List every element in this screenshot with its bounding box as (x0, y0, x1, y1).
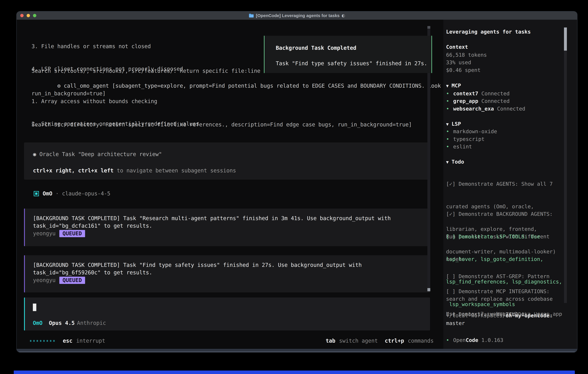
task-message-line: task_id="bg_dcfac161" to get results. (33, 222, 152, 230)
spinner-dot (53, 340, 55, 342)
folder-icon (249, 13, 254, 18)
chevron-down-icon: ▼ (446, 122, 449, 127)
input-agent-name: OmO (33, 319, 42, 327)
terminal-window: [OpenCode] Leveraging agents for tasks ◐… (16, 11, 578, 353)
background-task-message: [BACKGROUND TASK COMPLETED] Task "Find t… (24, 255, 430, 292)
task-message-line: [BACKGROUND TASK COMPLETED] Task "Resear… (33, 215, 391, 222)
tab-key-label: switch agent (339, 337, 378, 345)
mcp-item: •context7 Connected (446, 90, 510, 97)
task-meta-row: yeongyu QUEUED (33, 230, 85, 237)
minimize-button[interactable] (27, 14, 30, 17)
esc-key-label: interrupt (76, 337, 105, 345)
task-message-line: [BACKGROUND TASK COMPLETED] Task "Find t… (33, 261, 362, 269)
shortcut-hint-text: to navigate between subagent sessions (117, 167, 236, 174)
prompt-input-area[interactable]: OmO Opus 4.5 Anthropic (24, 298, 430, 331)
input-model-name: Opus 4.5 (49, 319, 75, 327)
agent-square-icon (34, 191, 39, 196)
input-meta-row: OmO Opus 4.5 Anthropic (33, 319, 106, 327)
status-dot-icon: • (446, 97, 453, 105)
tool-call-item: 1. Array access without bounds checking (32, 98, 238, 105)
lsp-item: •markdown-oxide (446, 128, 497, 135)
spinner-dot (47, 340, 48, 342)
version-row: •OpenCode 1.0.163 (446, 336, 503, 344)
todo-section-header[interactable]: ▼Todo (446, 158, 464, 166)
commands-key-hint: ctrl+p (385, 337, 404, 345)
tab-key-hint: tab (326, 337, 335, 345)
status-dot-icon: • (446, 336, 453, 344)
close-button[interactable] (20, 14, 24, 17)
working-spinner-icon (30, 340, 55, 342)
separator-dot: · (52, 190, 62, 197)
chevron-down-icon: ▼ (446, 83, 449, 88)
agent-model: claude-opus-4-5 (62, 190, 110, 197)
chat-main-pane: 3. File handles or streams not closed 4.… (17, 20, 443, 349)
lsp-section-header[interactable]: ▼LSP (446, 120, 461, 128)
background-task-message: [BACKGROUND TASK COMPLETED] Task "Resear… (24, 208, 430, 246)
input-provider-name: Anthropic (77, 319, 106, 327)
main-scrollbar-thumb[interactable] (427, 288, 430, 291)
spinner-dot (43, 340, 45, 342)
session-sidebar: Leveraging agents for tasks Context 66,5… (443, 20, 577, 349)
background-window-edge (14, 371, 575, 374)
spinner-dot (50, 340, 51, 342)
commands-key-label: commands (408, 337, 434, 345)
oracle-task-hint: ctrl+x right, ctrl+x left to navigate be… (33, 167, 236, 174)
context-tokens: 66,518 tokens (446, 51, 487, 59)
notification-body: Task "Find type safety issues" finished … (276, 60, 427, 67)
window-title-text: [OpenCode] Leveraging agents for tasks (256, 13, 340, 18)
status-dot-icon: • (446, 90, 453, 97)
toast-notification[interactable]: Background Task Completed Task "Find typ… (264, 36, 432, 73)
mcp-item: •websearch_exa Connected (446, 105, 525, 113)
context-spent: $0.46 spent (446, 66, 481, 74)
history-line: Search src/tools/, src/hooks/, src/featu… (32, 67, 261, 75)
tool-call-footer: Search src/ directory. Return specific f… (32, 121, 412, 128)
sidebar-scrollbar-thumb[interactable] (564, 28, 567, 51)
workspace-branch: master (446, 320, 465, 327)
task-author: yeongyu (33, 277, 56, 284)
window-bottom-frame (17, 349, 577, 352)
status-badge: QUEUED (59, 230, 85, 237)
zoom-button[interactable] (33, 14, 36, 17)
agent-session-header: OmO · claude-opus-4-5 (34, 190, 110, 197)
sidebar-session-title: Leveraging agents for tasks (446, 28, 531, 36)
task-message-line: task_id="bg_6f59260c" to get results. (33, 269, 152, 276)
shortcut-keys: ctrl+x right, ctrl+x left (33, 167, 117, 174)
statusbar-right: tab switch agent ctrl+p commands (326, 337, 434, 345)
text-cursor (33, 303, 36, 311)
oracle-task-title: ◉ Oracle Task "Deep architecture review" (33, 151, 162, 158)
notification-title: Background Task Completed (276, 44, 356, 52)
main-scrollbar-thumb[interactable] (427, 26, 430, 29)
statusbar-left: esc interrupt (30, 337, 105, 345)
window-content: 3. File handles or streams not closed 4.… (17, 20, 577, 349)
chevron-down-icon: ▼ (446, 159, 449, 165)
lsp-item: •typescript (446, 135, 484, 143)
spinner-dot (37, 340, 38, 342)
spinner-dot (40, 340, 41, 342)
esc-key-hint: esc (63, 337, 73, 345)
status-dot-icon: • (446, 135, 453, 143)
record-circle-icon: ◉ (33, 151, 40, 157)
half-moon-icon: ◐ (342, 13, 345, 18)
lsp-item: •eslint (446, 143, 472, 150)
status-badge: QUEUED (59, 277, 85, 284)
context-heading: Context (446, 43, 468, 51)
agent-name: OmO (43, 190, 52, 197)
oracle-task-card[interactable]: ◉ Oracle Task "Deep architecture review"… (24, 143, 430, 180)
task-author: yeongyu (33, 230, 56, 237)
workspace-path: ~/local-workspaces/oh-my-opencode: (446, 312, 553, 319)
mcp-item: •grep_app Connected (446, 97, 510, 105)
status-dot-icon: • (446, 105, 453, 113)
sidebar-scrollbar-track[interactable] (564, 51, 567, 303)
window-titlebar[interactable]: [OpenCode] Leveraging agents for tasks ◐ (17, 11, 577, 20)
mcp-section-header[interactable]: ▼MCP (446, 82, 461, 90)
history-line: 3. File handles or streams not closed (32, 43, 183, 50)
spinner-dot (30, 340, 32, 342)
status-dot-icon: • (446, 143, 453, 150)
context-used: 33% used (446, 59, 471, 66)
task-meta-row: yeongyu QUEUED (33, 277, 85, 284)
spinner-dot (33, 340, 35, 342)
status-dot-icon: • (446, 128, 453, 135)
window-title: [OpenCode] Leveraging agents for tasks ◐ (249, 13, 345, 18)
